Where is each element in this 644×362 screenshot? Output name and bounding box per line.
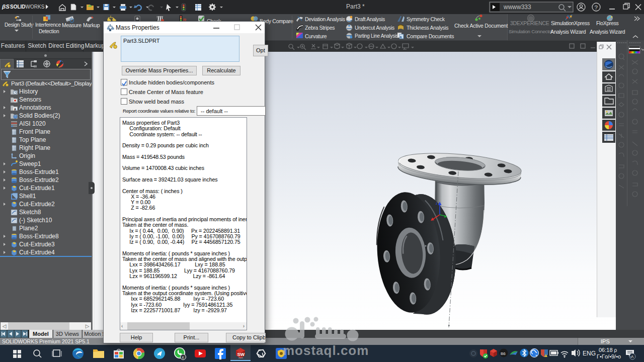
svg-text:a: a (400, 35, 402, 39)
svg-text:Γ•Γο/•9/•ο: Γ•Γο/•9/•ο (597, 353, 621, 359)
svg-text:z: z (436, 202, 438, 205)
svg-text:06:18 ρ: 06:18 ρ (599, 347, 617, 353)
svg-text:2021: 2021 (238, 356, 244, 359)
svg-text:wwww333: wwww333 (503, 4, 531, 11)
svg-text:A: A (14, 108, 17, 111)
svg-text:!: ! (545, 354, 546, 357)
svg-text:ιΛ: ιΛ (630, 355, 634, 358)
svg-text:ENG: ENG (583, 350, 596, 357)
svg-text:SOLIDWORKS: SOLIDWORKS (10, 4, 45, 10)
svg-text:ε: ε (182, 355, 184, 359)
svg-text:βS: βS (2, 4, 10, 10)
svg-text:Part3 *: Part3 * (346, 3, 365, 10)
svg-text:B6: B6 (501, 351, 506, 356)
svg-text:?: ? (595, 5, 598, 11)
